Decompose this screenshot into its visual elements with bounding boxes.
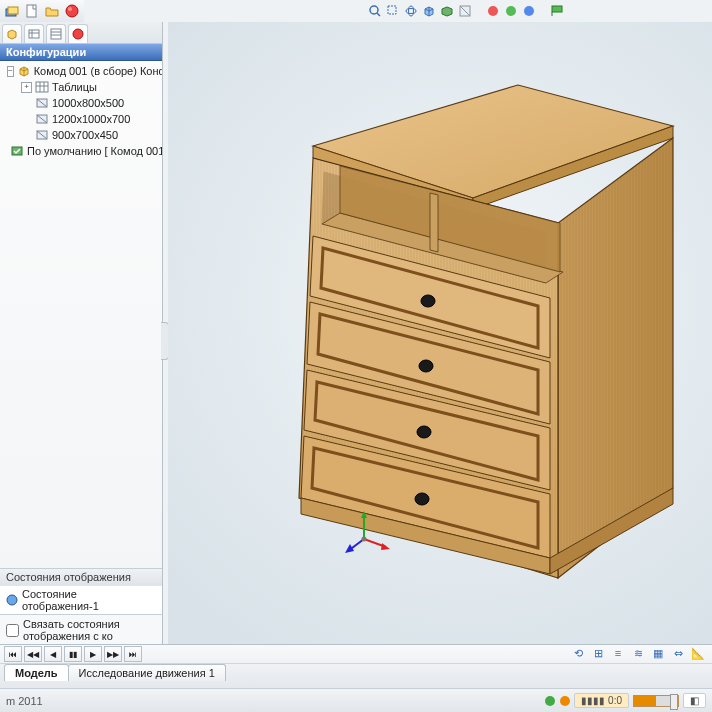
vcr-button-4[interactable]: ▶	[84, 646, 102, 662]
assembly-icon	[17, 64, 31, 78]
tree-item-label: Таблицы	[52, 81, 97, 93]
snap-icon[interactable]: ⊞	[590, 645, 606, 661]
feature-manager-panel: Конфигурации −Комод 001 (в сборе) Конфиг…	[0, 22, 163, 645]
svg-rect-17	[36, 82, 48, 92]
orbit-icon[interactable]	[403, 3, 419, 19]
panel-tab-tree[interactable]	[24, 24, 44, 43]
display-state-label: Состояние отображения-1	[22, 588, 156, 612]
status-orient-pill[interactable]: ◧	[683, 693, 706, 708]
svg-point-55	[362, 537, 367, 542]
tree-toggle[interactable]: −	[7, 66, 14, 77]
tree-item[interactable]: По умолчанию [ Комод 001 ]	[2, 143, 162, 159]
svg-point-12	[524, 6, 534, 16]
panel-tab-strip	[0, 22, 162, 44]
display-state-item[interactable]: Состояние отображения-1	[0, 585, 162, 614]
link-states-checkbox-row[interactable]: Связать состояния отображения с ко	[0, 614, 162, 645]
vcr-button-6[interactable]: ⏭	[124, 646, 142, 662]
svg-rect-15	[51, 29, 61, 39]
rewind-icon[interactable]: ⟲	[570, 645, 586, 661]
align-icon[interactable]: ≋	[630, 645, 646, 661]
sphere-icon	[6, 594, 18, 606]
svg-point-5	[370, 6, 378, 14]
3d-viewport[interactable]	[168, 22, 712, 645]
panel-header: Конфигурации	[0, 44, 162, 61]
display-states-header: Состояния отображения	[0, 568, 162, 585]
display-mode-icon[interactable]	[439, 3, 455, 19]
config-icon	[35, 96, 49, 110]
svg-point-16	[73, 29, 83, 39]
link-states-label: Связать состояния отображения с ко	[23, 618, 156, 642]
views-icon[interactable]	[421, 3, 437, 19]
orientation-triad[interactable]	[344, 507, 392, 555]
svg-point-3	[66, 5, 78, 17]
panel-tab-props[interactable]	[46, 24, 66, 43]
link-states-checkbox[interactable]	[6, 624, 19, 637]
appearance-red-icon[interactable]	[485, 3, 501, 19]
globe-icon[interactable]	[64, 3, 80, 19]
tree-item-label: 1200x1000x700	[52, 113, 130, 125]
tree-item[interactable]: 1000x800x500	[2, 95, 162, 111]
ruler-icon[interactable]: 📐	[690, 645, 706, 661]
tree-item-label: По умолчанию [ Комод 001 ]	[27, 145, 162, 157]
svg-point-46	[415, 493, 429, 505]
vcr-button-1[interactable]: ◀◀	[24, 646, 42, 662]
tree-item-label: Комод 001 (в сборе) Конфигура	[34, 65, 162, 77]
vcr-button-0[interactable]: ⏮	[4, 646, 22, 662]
svg-rect-6	[388, 6, 396, 14]
svg-point-22	[7, 595, 17, 605]
layers-icon[interactable]	[4, 3, 20, 19]
model-dresser[interactable]	[278, 58, 693, 598]
view-tools: ⟲⊞≡≋▦⇔📐	[570, 643, 706, 663]
tree-item[interactable]: −Комод 001 (в сборе) Конфигура	[2, 63, 162, 79]
panel-tab-cube[interactable]	[2, 24, 22, 43]
vcr-button-5[interactable]: ▶▶	[104, 646, 122, 662]
svg-point-7	[406, 9, 416, 14]
document-tabs: МодельИсследование движения 1	[0, 664, 712, 681]
status-left: m 2011	[6, 695, 43, 707]
config-icon	[35, 128, 49, 142]
svg-point-44	[419, 360, 433, 372]
svg-point-11	[506, 6, 516, 16]
tree-item[interactable]: 1200x1000x700	[2, 111, 162, 127]
configuration-tree[interactable]: −Комод 001 (в сборе) Конфигура+Таблицы10…	[0, 61, 162, 568]
tree-toggle[interactable]: +	[21, 82, 32, 93]
status-perf-pill[interactable]: ▮▮▮▮ 0:0	[574, 693, 629, 708]
new-doc-icon[interactable]	[24, 3, 40, 19]
appearance-green-icon[interactable]	[503, 3, 519, 19]
svg-point-43	[421, 295, 435, 307]
status-transparency-slider[interactable]	[633, 695, 679, 707]
folder-icon[interactable]	[44, 3, 60, 19]
document-bar: ⏮◀◀◀▮▮▶▶▶⏭ МодельИсследование движения 1…	[0, 644, 712, 689]
panel-toolbar	[0, 0, 84, 23]
status-led-1	[545, 696, 555, 706]
appearance-blue-icon[interactable]	[521, 3, 537, 19]
panel-tab-config[interactable]	[68, 24, 88, 43]
svg-marker-52	[381, 543, 390, 550]
status-bar: m 2011 ▮▮▮▮ 0:0 ◧	[0, 688, 712, 712]
config-icon	[35, 112, 49, 126]
section-icon[interactable]	[457, 3, 473, 19]
dim-icon[interactable]: ⇔	[670, 645, 686, 661]
svg-point-4	[68, 7, 72, 11]
doc-tab[interactable]: Модель	[4, 664, 69, 681]
zoom-fit-icon[interactable]	[367, 3, 383, 19]
grid-icon[interactable]: ▦	[650, 645, 666, 661]
svg-point-8	[409, 6, 414, 16]
status-led-2	[560, 696, 570, 706]
tree-item[interactable]: +Таблицы	[2, 79, 162, 95]
svg-rect-2	[27, 5, 36, 17]
svg-rect-13	[552, 6, 562, 12]
svg-point-10	[488, 6, 498, 16]
doc-tab[interactable]: Исследование движения 1	[68, 664, 226, 681]
tree-item-label: 900x700x450	[52, 129, 118, 141]
list-icon[interactable]: ≡	[610, 645, 626, 661]
svg-marker-50	[361, 511, 367, 518]
vcr-button-3[interactable]: ▮▮	[64, 646, 82, 662]
viewport-toolbar	[0, 0, 712, 22]
settings-flag-icon[interactable]	[549, 3, 565, 19]
vcr-button-2[interactable]: ◀	[44, 646, 62, 662]
svg-point-45	[417, 426, 431, 438]
tree-item[interactable]: 900x700x450	[2, 127, 162, 143]
svg-rect-14	[29, 30, 39, 38]
zoom-area-icon[interactable]	[385, 3, 401, 19]
